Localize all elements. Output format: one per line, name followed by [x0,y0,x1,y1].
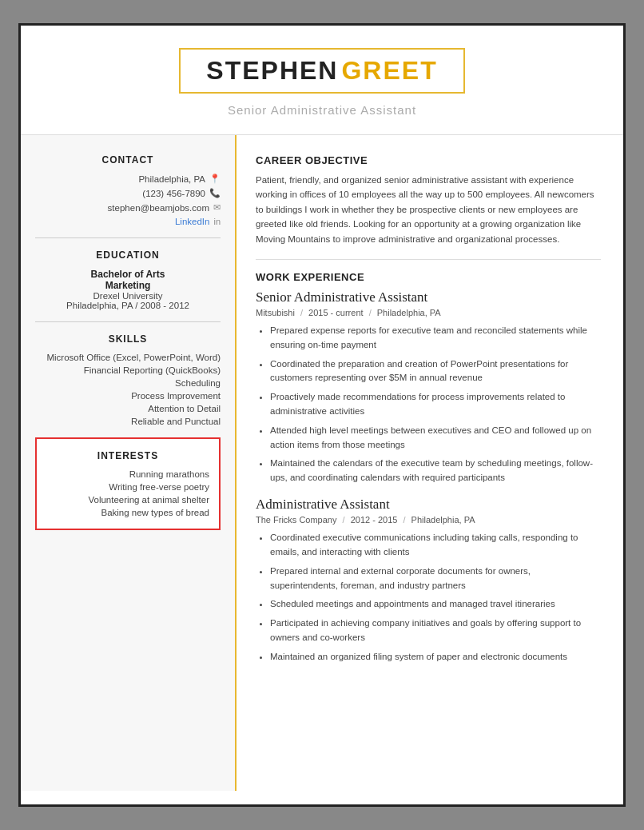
contact-phone: (123) 456-7890 📞 [35,188,221,198]
bullet-item: Coordinated executive communications inc… [270,531,601,560]
skills-list: Microsoft Office (Excel, PowerPoint, Wor… [35,353,221,426]
contact-education-divider [35,237,221,238]
bullet-item: Proactively made recommendations for pro… [270,390,601,419]
interest-item: Writing free-verse poetry [46,482,209,492]
sep2: / [369,308,372,317]
skill-item: Microsoft Office (Excel, PowerPoint, Wor… [35,353,221,362]
bullet-item: Participated in achieving company initia… [270,617,601,645]
job2-company: The Fricks Company [256,515,336,525]
skill-item: Scheduling [35,378,221,388]
education-skills-divider [35,321,221,322]
job2-title: Administrative Assistant [256,497,601,513]
job-subtitle: Senior Administrative Assistant [37,103,607,117]
edu-degree: Bachelor of Arts [35,269,221,280]
job1-bullets: Prepared expense reports for executive t… [270,324,601,485]
contact-location-text: Philadelphia, PA [138,174,205,184]
first-name: STEPHEN [206,56,338,85]
email-icon: ✉ [213,202,221,213]
name-box: STEPHEN GREET [179,48,464,94]
skill-item: Financial Reporting (QuickBooks) [35,365,221,375]
education-section-title: EDUCATION [35,249,221,261]
header-section: STEPHEN GREET Senior Administrative Assi… [21,26,623,134]
sep1: / [300,308,303,317]
edu-major: Marketing [35,280,221,291]
sep4: / [403,515,405,525]
skill-item: Reliable and Punctual [35,417,221,426]
contact-email: stephen@beamjobs.com ✉ [35,202,221,213]
career-objective-heading: CAREER OBJECTIVE [256,154,601,166]
bullet-item: Attended high level meetings between exe… [270,424,601,453]
career-objective-text: Patient, friendly, and organized senior … [256,173,601,246]
right-column: CAREER OBJECTIVE Patient, friendly, and … [237,135,623,791]
bullet-item: Prepared expense reports for executive t… [270,324,601,353]
interest-item: Volunteering at animal shelter [46,495,209,505]
skill-item: Attention to Detail [35,404,221,413]
bullet-item: Maintained an organized filing system of… [270,650,601,664]
left-column: CONTACT Philadelphia, PA 📍 (123) 456-789… [21,135,237,791]
contact-linkedin[interactable]: LinkedIn in [35,217,221,226]
bullet-item: Prepared internal and external corporate… [270,565,601,593]
job1-location: Philadelphia, PA [377,308,441,317]
linkedin-icon: in [213,217,221,226]
phone-icon: 📞 [209,188,221,198]
job1-period: 2015 - current [308,308,363,317]
location-icon: 📍 [209,174,221,184]
work-experience-heading: WORK EXPERIENCE [256,271,601,283]
resume-page: STEPHEN GREET Senior Administrative Assi… [18,23,626,807]
job2-period: 2012 - 2015 [351,515,398,525]
contact-email-text: stephen@beamjobs.com [108,203,209,213]
interest-item: Running marathons [46,469,209,479]
education-content: Bachelor of Arts Marketing Drexel Univer… [35,269,221,310]
bullet-item: Coordinated the preparation and creation… [270,357,601,386]
edu-school: Drexel University [35,291,221,301]
skill-item: Process Improvement [35,391,221,401]
body-layout: CONTACT Philadelphia, PA 📍 (123) 456-789… [21,135,623,791]
interests-section-title: INTERESTS [46,450,209,461]
sep3: / [343,515,345,525]
job2-location: Philadelphia, PA [411,515,475,525]
skills-section-title: SKILLS [35,333,221,345]
bullet-item: Maintained the calendars of the executiv… [270,457,601,485]
contact-location: Philadelphia, PA 📍 [35,174,221,184]
interests-list: Running marathons Writing free-verse poe… [46,469,209,517]
last-name: GREET [341,56,437,85]
bullet-item: Scheduled meetings and appointments and … [270,597,601,612]
job2-meta: The Fricks Company / 2012 - 2015 / Phila… [256,515,601,525]
job1-title: Senior Administrative Assistant [256,289,601,305]
job2-bullets: Coordinated executive communications inc… [270,531,601,664]
job1-company: Mitsubishi [256,308,295,317]
objective-experience-divider [256,259,601,260]
interest-item: Baking new types of bread [46,508,209,517]
edu-location-year: Philadelphia, PA / 2008 - 2012 [35,301,221,310]
interests-box: INTERESTS Running marathons Writing free… [35,437,221,530]
contact-phone-text: (123) 456-7890 [142,189,205,198]
contact-section-title: CONTACT [35,154,221,166]
linkedin-link[interactable]: LinkedIn [175,217,209,226]
job1-meta: Mitsubishi / 2015 - current / Philadelph… [256,308,601,317]
